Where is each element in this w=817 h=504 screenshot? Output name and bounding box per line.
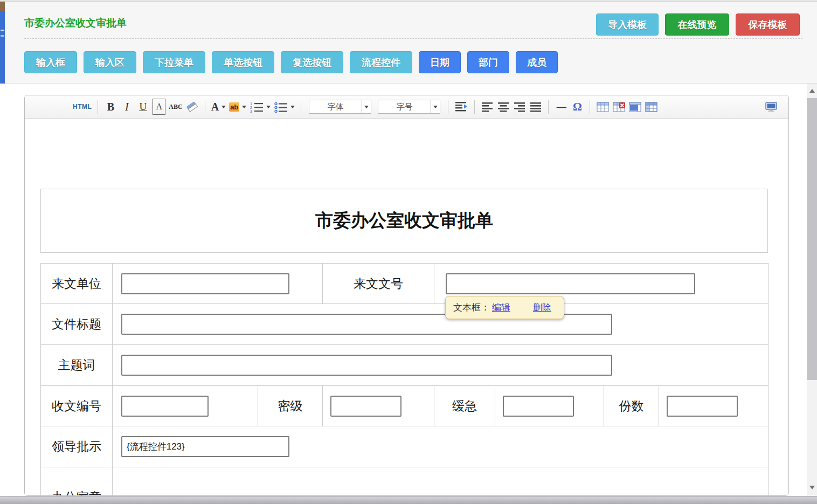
svg-text:3: 3 [250, 109, 252, 113]
scrollbar-thumb[interactable] [807, 98, 817, 380]
bold-button[interactable]: B [104, 99, 117, 115]
font-family-select[interactable]: 字体 [309, 100, 371, 114]
background-window-strip [0, 2, 5, 84]
align-justify-button[interactable] [529, 99, 542, 115]
font-color-glyph: A [211, 101, 219, 113]
import-template-button[interactable]: 导入模板 [596, 13, 659, 36]
add-date-button[interactable]: 日期 [419, 51, 461, 73]
eraser-icon [186, 101, 199, 112]
add-input-box-button[interactable]: 输入框 [24, 51, 77, 73]
scroll-up-icon [809, 89, 815, 93]
indent-button[interactable] [454, 99, 468, 115]
ordered-list-button[interactable]: 1 2 3 [250, 99, 271, 115]
insert-table-icon [597, 102, 609, 112]
add-radio-button[interactable]: 单选按钮 [212, 51, 274, 73]
copies-input[interactable] [667, 396, 738, 417]
scroll-down-button[interactable] [807, 482, 817, 492]
add-department-button[interactable]: 部门 [467, 51, 509, 73]
chevron-down-icon [290, 106, 295, 108]
table-properties-icon [629, 102, 641, 112]
ordered-list-icon: 1 2 3 [250, 101, 264, 113]
unordered-list-button[interactable] [274, 99, 295, 115]
cell-urgency [495, 386, 604, 426]
editor-canvas[interactable]: 市委办公室收文审批单 来文单位 来文文号 文件标题 [25, 119, 788, 495]
cell-receipt-no [113, 386, 258, 426]
toolbar-separator [474, 100, 475, 114]
align-right-icon [513, 101, 526, 112]
label-leader-remarks: 领导批示 [41, 426, 113, 467]
cell-properties-button[interactable] [645, 99, 657, 115]
delete-table-button[interactable] [612, 99, 625, 115]
font-color-button[interactable]: A [211, 99, 226, 115]
svg-text:1: 1 [250, 102, 252, 106]
add-member-button[interactable]: 成员 [516, 51, 558, 73]
font-size-caret[interactable] [431, 100, 440, 114]
label-urgency: 缓急 [434, 386, 495, 426]
strikethrough-button[interactable]: ABC [169, 99, 182, 115]
align-right-button[interactable] [513, 99, 526, 115]
online-preview-button[interactable]: 在线预览 [665, 13, 729, 36]
html-source-button[interactable]: HTML [73, 99, 92, 115]
tooltip-delete-link[interactable]: 删除 [533, 301, 551, 314]
source-unit-input[interactable] [121, 273, 289, 294]
table-row: 来文单位 来文文号 [41, 264, 768, 304]
doc-number-input[interactable] [446, 273, 695, 294]
insert-table-button[interactable] [596, 99, 609, 115]
scroll-down-icon [809, 486, 815, 489]
align-center-icon [497, 101, 510, 112]
horizontal-rule-button[interactable]: — [555, 99, 567, 115]
chevron-down-icon [433, 106, 438, 108]
align-center-button[interactable] [497, 99, 510, 115]
add-checkbox-button[interactable]: 复选按钮 [281, 51, 343, 73]
font-family-value: 字体 [309, 100, 362, 114]
vertical-scrollbar[interactable] [807, 84, 817, 496]
font-size-select[interactable]: 字号 [378, 100, 440, 114]
cell-properties-icon [645, 102, 657, 112]
table-properties-button[interactable] [628, 99, 641, 115]
receipt-no-input[interactable] [121, 396, 209, 417]
add-textarea-button[interactable]: 输入区 [84, 51, 136, 73]
toolbar-separator [301, 100, 301, 114]
label-office-opinion-cell: 办公室意见 [41, 467, 113, 496]
indent-icon [454, 101, 468, 112]
toolbar-separator [98, 100, 98, 114]
add-dropdown-button[interactable]: 下拉菜单 [143, 51, 205, 73]
cell-secrecy [323, 386, 434, 426]
subject-input[interactable] [121, 355, 612, 376]
chevron-down-icon [242, 106, 246, 108]
align-left-button[interactable] [481, 99, 494, 115]
italic-button[interactable]: I [120, 99, 133, 115]
scroll-up-button[interactable] [807, 86, 817, 95]
unordered-list-icon [274, 101, 288, 113]
divider [24, 38, 802, 39]
editor-toolbar: HTML B I U A ABC A ab 1 2 [25, 95, 788, 119]
leader-remarks-input[interactable] [121, 436, 289, 457]
cell-leader-remarks [113, 426, 768, 467]
highlight-color-button[interactable]: ab [229, 99, 246, 115]
font-border-button[interactable]: A [153, 99, 165, 115]
tooltip-edit-link[interactable]: 编辑 [492, 301, 510, 314]
cell-copies [659, 386, 768, 426]
table-row: 收文编号 密级 缓急 份数 [41, 386, 768, 426]
special-character-button[interactable]: Ω [571, 99, 584, 115]
align-justify-icon [529, 101, 542, 112]
table-row: 主题词 [41, 345, 768, 386]
label-subject: 主题词 [41, 345, 113, 386]
font-family-caret[interactable] [362, 100, 371, 114]
chevron-down-icon [221, 106, 226, 108]
toolbar-separator [590, 100, 590, 114]
remove-format-button[interactable] [186, 99, 199, 115]
widget-tooltip: 文本框： 编辑 删除 [445, 296, 564, 319]
cell-office-opinion [113, 467, 768, 496]
underline-button[interactable]: U [136, 99, 149, 115]
toolbar-separator [448, 100, 448, 114]
save-template-button[interactable]: 保存模板 [736, 13, 800, 36]
secrecy-input[interactable] [330, 396, 401, 417]
fullscreen-monitor-icon [765, 101, 778, 113]
svg-text:2: 2 [250, 106, 252, 109]
form-title: 市委办公室收文审批单 [315, 209, 493, 233]
add-flow-control-button[interactable]: 流程控件 [350, 51, 412, 73]
approval-form-table: 来文单位 来文文号 文件标题 主题词 [40, 263, 768, 496]
fullscreen-button[interactable] [765, 99, 778, 115]
urgency-input[interactable] [503, 396, 574, 417]
